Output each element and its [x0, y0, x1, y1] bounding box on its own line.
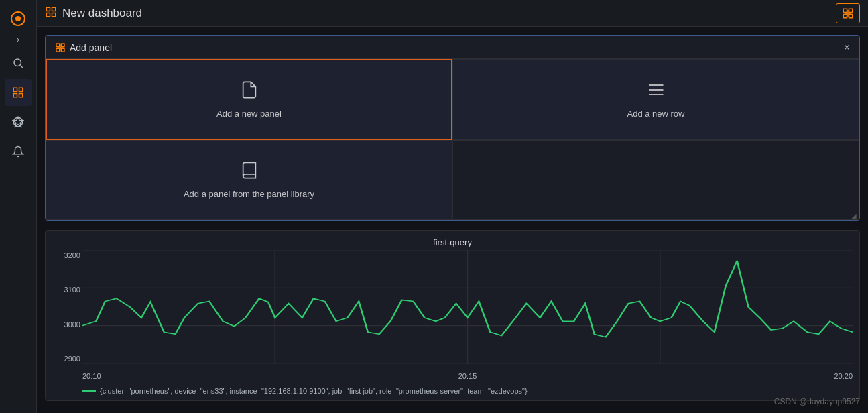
legend-line-color [82, 390, 96, 392]
svg-rect-12 [46, 13, 50, 17]
new-panel-label: Add a new panel [216, 109, 282, 119]
dashboard-icon [45, 6, 57, 20]
svg-rect-7 [19, 94, 23, 97]
modal-body: Add a new panel Add a new row [46, 59, 859, 220]
svg-rect-16 [843, 14, 847, 17]
modal-header: Add panel × [46, 36, 859, 59]
sidebar-item-search[interactable] [5, 50, 32, 76]
main-area: New dashboard [37, 0, 868, 413]
svg-rect-5 [19, 88, 23, 91]
svg-line-3 [20, 65, 22, 67]
svg-rect-22 [56, 48, 60, 52]
new-row-icon [647, 80, 666, 103]
topbar-right [836, 3, 860, 23]
empty-panel-slot [452, 140, 859, 220]
x-label-2010: 20:10 [82, 372, 101, 380]
svg-rect-14 [843, 9, 847, 12]
svg-point-1 [15, 16, 21, 21]
chart-panel: first-query 3200 3100 3000 2900 [45, 230, 860, 401]
new-panel-icon [240, 80, 259, 103]
page-title: New dashboard [62, 7, 142, 20]
add-new-row-option[interactable]: Add a new row [452, 59, 859, 140]
modal-resize-handle[interactable]: ◢ [851, 212, 858, 219]
add-new-panel-option[interactable]: Add a new panel [46, 59, 452, 140]
x-label-2020: 20:20 [834, 372, 853, 380]
legend-text: {cluster="pornetheus", device="ens33", i… [100, 387, 528, 395]
y-axis-labels: 3200 3100 3000 2900 [46, 250, 80, 364]
y-label-3000: 3000 [46, 320, 80, 329]
chart-svg [82, 250, 853, 364]
chart-title: first-query [46, 237, 859, 247]
svg-rect-4 [13, 88, 17, 91]
x-label-2015: 20:15 [458, 372, 477, 380]
modal-panel-icon [55, 42, 66, 53]
sidebar-logo[interactable] [5, 5, 32, 32]
sidebar-item-explore[interactable] [5, 109, 32, 135]
sidebar-item-dashboards[interactable] [5, 79, 32, 106]
svg-rect-15 [849, 9, 853, 12]
svg-rect-20 [56, 44, 60, 47]
chart-legend: {cluster="pornetheus", device="ens33", i… [46, 384, 859, 400]
library-panel-label: Add a panel from the panel library [184, 189, 314, 199]
y-label-2900: 2900 [46, 355, 80, 363]
svg-rect-10 [46, 7, 50, 11]
modal-header-title-group: Add panel [55, 42, 112, 53]
watermark: CSDN @daydayup9527 [774, 397, 860, 406]
chart-container: 3200 3100 3000 2900 [46, 250, 859, 384]
sidebar-item-alerting[interactable] [5, 138, 32, 165]
x-axis-labels: 20:10 20:15 20:20 [82, 368, 853, 384]
y-label-3100: 3100 [46, 286, 80, 294]
svg-rect-17 [849, 14, 853, 17]
sidebar: › [0, 0, 37, 413]
svg-rect-21 [61, 44, 64, 47]
modal-close-button[interactable]: × [844, 42, 850, 53]
content-area: Add panel × Add a new panel [37, 27, 868, 413]
svg-rect-23 [61, 48, 64, 52]
topbar: New dashboard [37, 0, 868, 27]
svg-point-2 [14, 59, 21, 66]
topbar-left: New dashboard [45, 6, 142, 20]
svg-rect-11 [52, 7, 56, 11]
svg-rect-6 [13, 94, 17, 97]
sidebar-collapse-chevron[interactable]: › [17, 35, 19, 44]
new-row-label: Add a new row [627, 109, 685, 119]
svg-rect-13 [52, 13, 56, 17]
add-library-panel-option[interactable]: Add a panel from the panel library [46, 140, 452, 220]
y-label-3200: 3200 [46, 251, 80, 259]
add-panel-button[interactable] [836, 3, 860, 23]
add-panel-modal: Add panel × Add a new panel [45, 35, 860, 221]
modal-title: Add panel [70, 42, 112, 53]
library-panel-icon [240, 161, 259, 184]
